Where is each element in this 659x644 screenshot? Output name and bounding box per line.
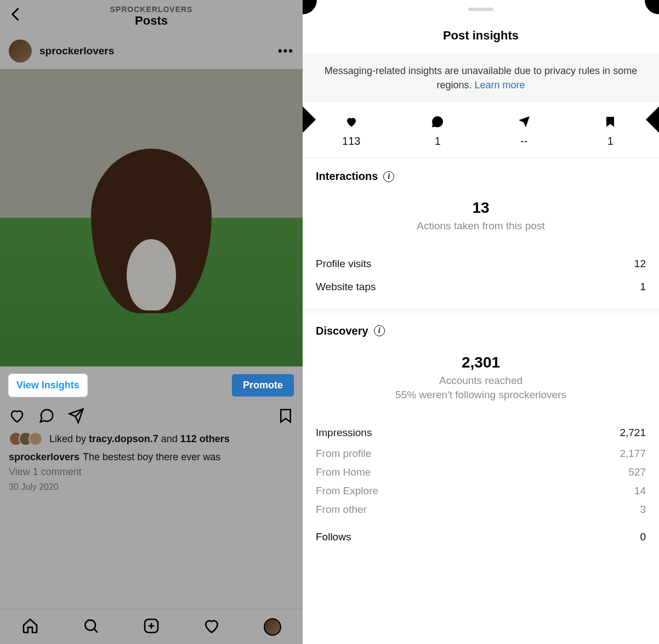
caption-text: The bestest boy there ever was <box>83 451 220 462</box>
info-icon[interactable]: i <box>383 171 394 182</box>
post-caption: sprockerloversThe bestest boy there ever… <box>0 449 303 465</box>
bottom-nav <box>0 609 303 644</box>
author-username[interactable]: sprockerlovers <box>39 45 114 57</box>
nav-profile-avatar[interactable] <box>264 618 281 636</box>
back-button[interactable] <box>8 5 24 27</box>
engagement-stats: 113 1 -- 1 <box>303 102 659 158</box>
likes-row[interactable]: Liked by tracy.dopson.7 and 112 others <box>0 430 303 449</box>
nav-create-icon[interactable] <box>143 617 160 637</box>
stat-saves: 1 <box>567 114 654 148</box>
row-from-other: From other 3 <box>316 500 646 519</box>
liker-avatars <box>9 432 43 446</box>
heart-icon <box>308 114 395 129</box>
nav-home-icon[interactable] <box>21 617 39 637</box>
comment-icon[interactable] <box>38 408 55 424</box>
post-author-row[interactable]: sprockerlovers ••• <box>0 33 303 69</box>
insights-title: Post insights <box>303 29 659 43</box>
learn-more-link[interactable]: Learn more <box>474 80 525 91</box>
caption-username[interactable]: sprockerlovers <box>9 451 79 462</box>
stat-likes: 113 <box>308 114 395 148</box>
header-title: Posts <box>110 14 193 28</box>
privacy-banner: Messaging-related insights are unavailab… <box>303 54 659 102</box>
row-profile-visits: Profile visits 12 <box>316 252 646 275</box>
nav-activity-icon[interactable] <box>203 617 220 637</box>
header-subtitle: SPROCKERLOVERS <box>110 5 193 14</box>
insights-sheet: Post insights Messaging-related insights… <box>303 0 659 644</box>
row-impressions: Impressions 2,721 <box>316 421 646 444</box>
svg-point-0 <box>85 620 95 630</box>
accounts-reached-sub: Accounts reached 55% weren't following s… <box>316 374 646 403</box>
nav-search-icon[interactable] <box>82 617 100 637</box>
corner-decoration <box>645 0 659 14</box>
sheet-grabber[interactable] <box>468 8 493 11</box>
corner-decoration <box>303 0 317 14</box>
row-website-taps: Website taps 1 <box>316 275 646 298</box>
author-avatar[interactable] <box>9 39 32 63</box>
liked-by-text: Liked by tracy.dopson.7 and 112 others <box>49 433 230 445</box>
post-view-pane: SPROCKERLOVERS Posts sprockerlovers ••• … <box>0 0 303 644</box>
interactions-section: Interactions i 13 Actions taken from thi… <box>303 158 659 313</box>
post-actions <box>0 404 303 430</box>
row-from-profile: From profile 2,177 <box>316 444 646 463</box>
more-options-button[interactable]: ••• <box>278 44 294 58</box>
view-insights-button[interactable]: View Insights <box>9 374 87 397</box>
view-comments-link[interactable]: View 1 comment <box>0 465 303 479</box>
post-photo[interactable] <box>0 69 303 366</box>
stat-shares: -- <box>481 114 567 148</box>
share-icon[interactable] <box>68 408 84 424</box>
accounts-reached-count: 2,301 <box>316 354 646 371</box>
save-icon[interactable] <box>277 408 294 424</box>
discovery-heading: Discovery <box>316 325 368 337</box>
row-from-home: From Home 527 <box>316 463 646 482</box>
bookmark-icon <box>567 114 654 129</box>
like-icon[interactable] <box>9 408 25 424</box>
photo-subject <box>91 149 212 313</box>
row-from-explore: From Explore 14 <box>316 482 646 500</box>
interactions-subtitle: Actions taken from this post <box>316 219 646 234</box>
post-date: 30 July 2020 <box>0 479 303 495</box>
insights-promote-row: View Insights Promote <box>0 366 303 404</box>
info-icon[interactable]: i <box>374 325 385 336</box>
promote-button[interactable]: Promote <box>232 374 294 397</box>
discovery-section: Discovery i 2,301 Accounts reached 55% w… <box>303 313 659 519</box>
row-follows: Follows 0 <box>303 519 659 543</box>
interactions-count: 13 <box>316 199 646 217</box>
interactions-heading: Interactions <box>316 170 378 183</box>
post-header: SPROCKERLOVERS Posts <box>0 0 303 33</box>
send-icon <box>481 114 567 129</box>
comment-icon <box>395 114 481 129</box>
stat-comments: 1 <box>395 114 481 148</box>
